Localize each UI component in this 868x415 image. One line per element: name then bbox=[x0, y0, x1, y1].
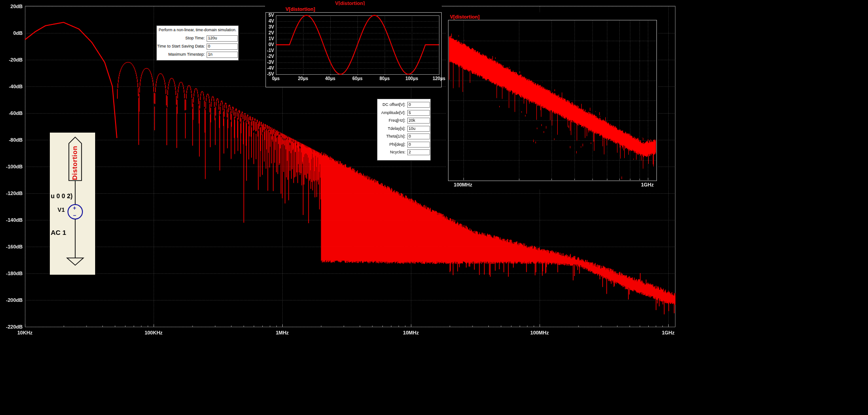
tdelay-row: Tdelay[s]:10u bbox=[377, 126, 430, 132]
freq-input[interactable]: 20k bbox=[407, 118, 430, 124]
fft-zoom-pane[interactable]: V[distortion] 100MHz1GHz bbox=[446, 12, 658, 190]
amplitude-label: Amplitude[V]: bbox=[377, 110, 405, 116]
phi-input[interactable]: 0 bbox=[407, 142, 430, 148]
stop-time-row: Stop Time:120u bbox=[157, 35, 238, 42]
freq-label: Freq[Hz]: bbox=[377, 118, 405, 124]
schematic-pane[interactable]: Distortion + − u 0 0 2) V1 AC 1 bbox=[50, 133, 95, 275]
spice-directive-fragment[interactable]: u 0 0 2) bbox=[51, 192, 72, 200]
amplitude-input[interactable]: 5 bbox=[407, 110, 430, 116]
main-x-tick-label: 10KHz bbox=[11, 330, 39, 335]
tdelay-label: Tdelay[s]: bbox=[377, 126, 405, 132]
time-x-tick-label: 100µs bbox=[401, 76, 423, 81]
time-x-tick-label: 60µs bbox=[347, 76, 368, 81]
phi-label: Phi[deg]: bbox=[377, 142, 405, 148]
ltspice-window: V[distortion] 20dB0dB-20dB-40dB-60dB-80d… bbox=[0, 0, 868, 415]
time-start-saving-input[interactable]: 0 bbox=[207, 43, 238, 50]
source-ac-value[interactable]: AC 1 bbox=[51, 229, 66, 236]
theta-label: Theta[1/s]: bbox=[377, 134, 405, 139]
source-plus-sign: + bbox=[73, 206, 76, 210]
net-label-distortion[interactable]: Distortion bbox=[71, 144, 78, 180]
tdelay-input[interactable]: 10u bbox=[407, 126, 430, 132]
main-x-tick-label: 100KHz bbox=[140, 330, 167, 335]
fft-zoom-x-axis: 100MHz1GHz bbox=[446, 12, 658, 190]
source-settings-panel: DC offset[V]:0Amplitude[V]:5Freq[Hz]:20k… bbox=[377, 99, 431, 161]
time-plot-area: 5V4V3V2V1V0V-1V-2V-3V-4V-5V 0µs20µs40µs6… bbox=[265, 12, 442, 87]
transient-settings-panel: Perform a non-linear, time-domain simula… bbox=[156, 25, 239, 61]
ncycles-input[interactable]: 2 bbox=[407, 149, 430, 155]
ground-symbol bbox=[67, 258, 83, 265]
dc-offset-input[interactable]: 0 bbox=[407, 102, 430, 108]
source-minus-sign: − bbox=[73, 213, 76, 218]
time-x-tick-label: 40µs bbox=[319, 76, 341, 81]
dc-offset-label: DC offset[V]: bbox=[377, 102, 405, 108]
ncycles-row: Ncycles:2 bbox=[377, 149, 430, 156]
time-x-tick-label: 80µs bbox=[374, 76, 395, 81]
amplitude-row: Amplitude[V]:5 bbox=[377, 110, 430, 116]
time-x-tick-label: 0µs bbox=[265, 76, 287, 81]
stop-time-input[interactable]: 120u bbox=[207, 35, 238, 42]
main-x-tick-label: 10MHz bbox=[397, 330, 424, 335]
max-timestep-label: Maximum Timestep: bbox=[157, 52, 205, 57]
time-x-axis: 0µs20µs40µs60µs80µs100µs120µs bbox=[266, 13, 441, 87]
theta-input[interactable]: 0 bbox=[407, 134, 430, 139]
main-x-tick-label: 1MHz bbox=[269, 330, 296, 335]
ncycles-label: Ncycles: bbox=[377, 149, 405, 155]
time-x-tick-label: 20µs bbox=[292, 76, 314, 81]
time-domain-pane[interactable]: V[distortion] 5V4V3V2V1V0V-1V-2V-3V-4V-5… bbox=[265, 5, 442, 88]
time-plot-trace-label[interactable]: V[distortion] bbox=[285, 6, 315, 12]
fft-zoom-x-tick-label: 100MHz bbox=[450, 182, 476, 187]
time-start-saving-row: Time to Start Saving Data:0 bbox=[157, 43, 238, 50]
time-start-saving-label: Time to Start Saving Data: bbox=[157, 43, 205, 49]
stop-time-label: Stop Time: bbox=[157, 35, 205, 41]
max-timestep-input[interactable]: 1n bbox=[207, 52, 238, 58]
fft-zoom-x-tick-label: 1GHz bbox=[635, 182, 660, 187]
phi-row: Phi[deg]:0 bbox=[377, 142, 430, 148]
main-x-tick-label: 100MHz bbox=[526, 330, 553, 335]
dc-offset-row: DC offset[V]:0 bbox=[377, 102, 430, 108]
freq-row: Freq[Hz]:20k bbox=[377, 118, 430, 124]
max-timestep-row: Maximum Timestep:1n bbox=[157, 52, 238, 58]
source-designator[interactable]: V1 bbox=[58, 206, 65, 213]
theta-row: Theta[1/s]:0 bbox=[377, 134, 430, 140]
main-x-tick-label: 1GHz bbox=[655, 330, 682, 335]
